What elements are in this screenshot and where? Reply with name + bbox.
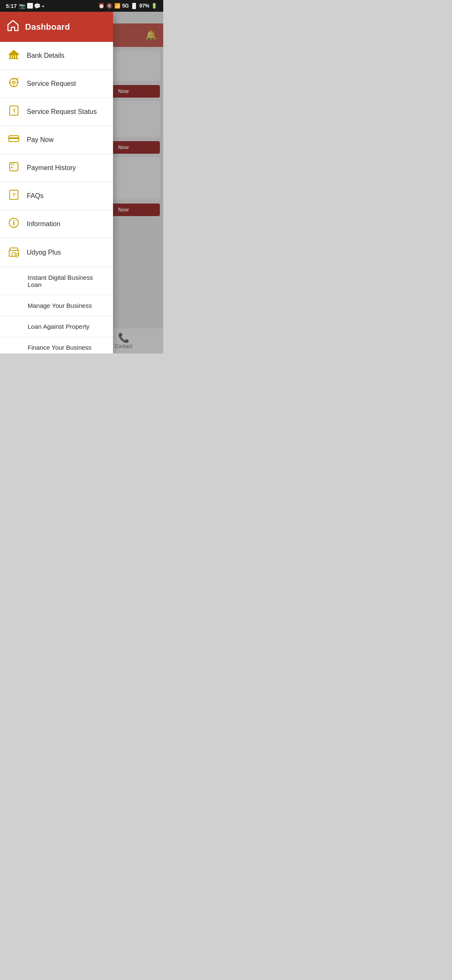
- svg-rect-4: [16, 55, 17, 58]
- service-request-status-icon: ₹: [8, 105, 20, 119]
- svg-text:₹: ₹: [13, 108, 16, 114]
- instant-digital-business-loan-label: Instant Digital Business Loan: [28, 274, 105, 288]
- payment-history-icon: [8, 161, 20, 175]
- manage-your-business-label: Manage Your Business: [28, 302, 92, 309]
- menu-item-udyog-plus[interactable]: Udyog Plus: [0, 238, 113, 267]
- svg-rect-2: [12, 55, 13, 58]
- service-request-label: Service Request: [27, 80, 76, 88]
- svg-rect-19: [9, 137, 19, 139]
- home-icon: [7, 19, 19, 35]
- bank-icon: [8, 49, 20, 63]
- menu-item-service-request-status[interactable]: ₹ Service Request Status: [0, 98, 113, 126]
- udyog-plus-label: Udyog Plus: [27, 249, 61, 256]
- svg-point-31: [16, 255, 18, 256]
- faqs-label: FAQs: [27, 192, 44, 200]
- service-request-status-label: Service Request Status: [27, 108, 97, 116]
- drawer-title: Dashboard: [25, 22, 70, 32]
- svg-rect-3: [14, 55, 15, 58]
- information-icon: [8, 217, 20, 231]
- mute-icon: 🔇: [106, 3, 113, 9]
- svg-point-15: [15, 78, 16, 79]
- drawer-dim-overlay[interactable]: [113, 12, 163, 353]
- svg-point-26: [13, 220, 15, 222]
- status-right: ⏰ 🔇 📶 5G ▐▌ 97% 🔋: [98, 3, 157, 9]
- svg-text:?: ?: [12, 192, 15, 198]
- bank-details-label: Bank Details: [27, 52, 64, 59]
- menu-item-payment-history[interactable]: Payment History: [0, 154, 113, 182]
- svg-point-13: [16, 79, 18, 80]
- svg-rect-0: [9, 54, 19, 55]
- navigation-drawer: Dashboard Bank Details: [0, 12, 113, 353]
- wifi-icon: 📶: [114, 3, 121, 9]
- menu-item-pay-now[interactable]: Pay Now: [0, 126, 113, 154]
- submenu-instant-digital-business-loan[interactable]: Instant Digital Business Loan: [0, 267, 113, 295]
- pay-now-icon: [8, 133, 20, 147]
- svg-point-14: [18, 78, 19, 79]
- finance-your-business-label: Finance Your Business: [28, 344, 92, 351]
- information-label: Information: [27, 220, 60, 228]
- cellular-icon: ▐▌: [131, 3, 138, 9]
- service-request-icon: [8, 77, 20, 91]
- status-bar: 5:17 📷 🅰 💬 • ⏰ 🔇 📶 5G ▐▌ 97% 🔋: [0, 0, 163, 12]
- pay-now-label: Pay Now: [27, 136, 54, 144]
- svg-marker-6: [9, 50, 19, 54]
- faqs-icon: ?: [8, 189, 20, 203]
- svg-rect-27: [13, 222, 15, 225]
- udyog-plus-icon: [8, 245, 20, 260]
- submenu-loan-against-property[interactable]: Loan Against Property: [0, 316, 113, 337]
- loan-against-property-label: Loan Against Property: [28, 323, 90, 330]
- menu-item-service-request[interactable]: Service Request: [0, 70, 113, 98]
- svg-point-8: [13, 81, 15, 84]
- drawer-header[interactable]: Dashboard: [0, 12, 113, 42]
- notification-icons: 📷 🅰 💬 •: [19, 3, 44, 9]
- battery-icon: 🔋: [151, 3, 157, 9]
- menu-item-information[interactable]: Information: [0, 210, 113, 238]
- drawer-overlay: Dashboard Bank Details: [0, 12, 163, 353]
- time: 5:17: [6, 3, 17, 9]
- menu-item-faqs[interactable]: ? FAQs: [0, 182, 113, 210]
- svg-point-22: [11, 167, 13, 168]
- svg-rect-1: [10, 55, 11, 58]
- svg-rect-5: [9, 58, 19, 59]
- alarm-icon: ⏰: [98, 3, 105, 9]
- battery-label: 97%: [139, 3, 149, 9]
- payment-history-label: Payment History: [27, 164, 76, 172]
- signal-label: 5G: [122, 3, 129, 9]
- menu-item-bank-details[interactable]: Bank Details: [0, 42, 113, 70]
- submenu-manage-your-business[interactable]: Manage Your Business: [0, 295, 113, 316]
- status-left: 5:17 📷 🅰 💬 •: [6, 3, 44, 9]
- submenu-finance-your-business[interactable]: Finance Your Business: [0, 337, 113, 353]
